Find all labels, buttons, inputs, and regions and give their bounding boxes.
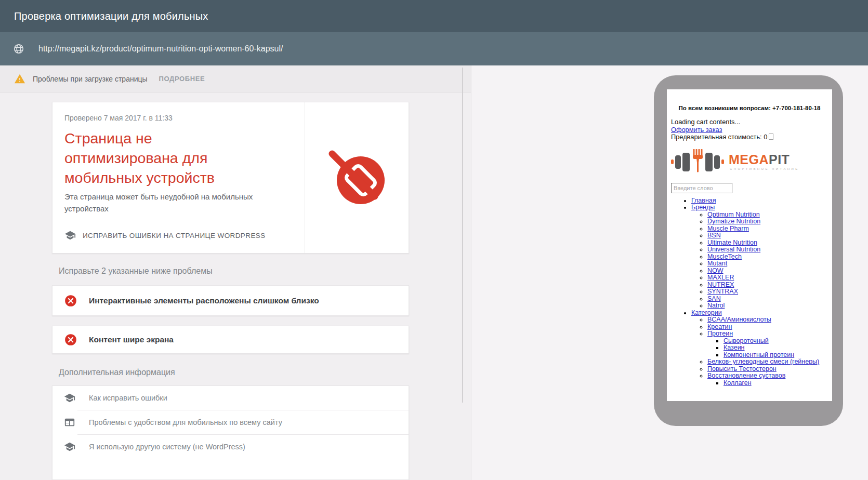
web-icon	[64, 417, 75, 428]
phone-menu-level-3: Коллаген	[707, 380, 832, 387]
issue-row[interactable]: Интерактивные элементы расположены слишк…	[52, 285, 409, 316]
phone-menu-item: SAN	[707, 296, 832, 303]
phone-menu-link[interactable]: NUTREX	[707, 281, 734, 288]
logo-dumbbell-bar	[675, 155, 681, 169]
phone-menu-item: BCAA/Аминокислоты	[707, 316, 832, 324]
phone-menu-item: SYNTRAX	[707, 288, 832, 296]
phone-menu-link[interactable]: Muscle Pharm	[707, 225, 749, 232]
logo-dumbbell-bar	[705, 153, 713, 171]
fix-errors-label: ИСПРАВИТЬ ОШИБКИ НА СТРАНИЦЕ WORDPRESS	[83, 232, 266, 239]
phone-menu-link[interactable]: NOW	[707, 267, 724, 274]
subtotal-line: Предварительная стоимость: 0	[671, 134, 832, 141]
info-row-how-to-fix[interactable]: Как исправить ошибки	[52, 386, 409, 410]
verdict-card: Проверено 7 мая 2017 г. в 11:33 Страница…	[52, 102, 409, 254]
school-icon	[64, 230, 76, 241]
info-row-sitewide-issues[interactable]: Проблемы с удобством для мобильных по вс…	[52, 410, 409, 434]
phone-menu-link[interactable]: BCAA/Аминокислоты	[707, 316, 771, 323]
globe-icon	[13, 43, 24, 55]
issue-row[interactable]: Контент шире экрана	[52, 326, 409, 354]
phone-site-menu: ГлавнаяБрендыOptimum NutritionDymatize N…	[667, 197, 832, 387]
phone-menu-item: Восстановление суставовКоллаген	[707, 372, 832, 386]
phone-menu-item: MAXLER	[707, 274, 832, 282]
error-icon	[64, 333, 77, 346]
cart-block: Loading cart contents... Оформить заказ …	[671, 118, 832, 141]
phone-menu-link[interactable]: SYNTRAX	[707, 288, 738, 295]
tested-url[interactable]: http://megapit.kz/product/optimum-nutrit…	[38, 44, 283, 54]
scrollbar[interactable]	[462, 68, 463, 403]
phone-menu-link[interactable]: Белков- углеводные смеси (гейнеры)	[707, 358, 819, 365]
phone-menu-item: Белков- углеводные смеси (гейнеры)	[707, 358, 832, 366]
contact-phone-line: По всем возникшим вопросам: +7-700-181-8…	[667, 105, 832, 111]
phone-menu-link[interactable]: Креатин	[707, 323, 732, 330]
loading-cart-text: Loading cart contents...	[671, 118, 832, 126]
phone-menu-link[interactable]: Протеин	[707, 330, 733, 337]
page-title: Проверка оптимизации для мобильных	[14, 10, 208, 22]
phone-menu-item: Universal Nutrition	[707, 246, 832, 254]
phone-menu-link[interactable]: SAN	[707, 295, 721, 302]
info-label: Я использую другую систему (не WordPress…	[89, 443, 245, 451]
phone-menu-link[interactable]: Бренды	[691, 204, 715, 211]
app-header: Проверка оптимизации для мобильных	[0, 0, 868, 32]
details-button[interactable]: ПОДРОБНЕЕ	[159, 75, 205, 83]
phone-menu-link[interactable]: Коллаген	[724, 379, 752, 386]
phone-menu-link[interactable]: Universal Nutrition	[707, 246, 760, 253]
banner-message: Проблемы при загрузке страницы	[33, 75, 148, 83]
verdict-subtitle: Эта страница может быть неудобной на моб…	[64, 191, 270, 215]
phone-menu-link[interactable]: Mutant	[707, 260, 727, 267]
phone-menu-item: Optimum Nutrition	[707, 211, 832, 219]
info-label: Как исправить ошибки	[89, 394, 167, 402]
phone-menu-item: Сывороточный	[724, 338, 832, 345]
phone-menu-link[interactable]: Optimum Nutrition	[707, 211, 760, 218]
phone-menu-link[interactable]: Главная	[691, 197, 716, 204]
phone-mockup: По всем возникшим вопросам: +7-700-181-8…	[654, 75, 843, 426]
phone-menu-link[interactable]: Категории	[691, 309, 722, 316]
fix-errors-wordpress-link[interactable]: ИСПРАВИТЬ ОШИБКИ НА СТРАНИЦЕ WORDPRESS	[64, 230, 266, 241]
phone-menu-link[interactable]: Dymatize Nutrition	[707, 218, 760, 225]
logo-dumbbell-nub	[721, 159, 724, 164]
not-mobile-friendly-icon	[328, 150, 386, 209]
phone-menu-link[interactable]: Повысить Тестостерон	[707, 365, 777, 372]
phone-menu-item: ПротеинСывороточныйКазеинКомпонентный пр…	[707, 330, 832, 358]
phone-menu-level-2: Optimum NutritionDymatize NutritionMuscl…	[691, 211, 832, 310]
issues-heading: Исправьте 2 указанные ниже проблемы	[59, 266, 213, 276]
issue-label: Контент шире экрана	[89, 335, 174, 344]
info-label: Проблемы с удобством для мобильных по вс…	[89, 418, 282, 426]
phone-menu-item: Ultimate Nutrition	[707, 239, 832, 247]
warning-icon	[14, 73, 25, 85]
phone-menu-link[interactable]: Сывороточный	[724, 337, 769, 344]
phone-menu-link[interactable]: MuscleTech	[707, 253, 742, 260]
verdict-title: Страница не оптимизирована для мобильных…	[64, 128, 262, 188]
phone-menu-link[interactable]: MAXLER	[707, 274, 734, 281]
phone-menu-item: NOW	[707, 268, 832, 275]
phone-menu-item: Natrol	[707, 302, 832, 310]
phone-menu-item: Dymatize Nutrition	[707, 218, 832, 225]
phone-menu-link[interactable]: Ultimate Nutrition	[707, 239, 757, 246]
phone-menu-item: Muscle Pharm	[707, 225, 832, 233]
phone-menu-link[interactable]: BSN	[707, 232, 721, 239]
phone-menu-link[interactable]: Казеин	[724, 344, 745, 351]
phone-menu-item: Главная	[691, 197, 832, 205]
phone-menu-level-2: BCAA/АминокислотыКреатинПротеинСывороточ…	[691, 316, 832, 386]
phone-menu-item: Казеин	[724, 344, 832, 352]
phone-menu-link[interactable]: Восстановление суставов	[707, 372, 785, 379]
phone-menu-item: Mutant	[707, 260, 832, 268]
error-icon	[64, 294, 77, 308]
school-icon	[64, 392, 75, 404]
phone-menu-link[interactable]: Natrol	[707, 302, 725, 309]
url-bar: http://megapit.kz/product/optimum-nutrit…	[0, 32, 868, 65]
phone-menu-item: Компонентный протеин	[724, 352, 832, 359]
megapit-logo[interactable]: MEGAPIT СПОРТИВНОЕ ПИТАНИЕ	[671, 150, 832, 175]
phone-menu-link[interactable]: Компонентный протеин	[724, 351, 794, 358]
phone-menu-level-3: СывороточныйКазеинКомпонентный протеин	[707, 338, 832, 359]
missing-currency-glyph	[769, 134, 773, 140]
checkout-link[interactable]: Оформить заказ	[671, 126, 722, 134]
logo-text: MEGAPIT СПОРТИВНОЕ ПИТАНИЕ	[729, 153, 799, 170]
search-input[interactable]	[671, 183, 732, 193]
phone-menu-item: Повысить Тестостерон	[707, 366, 832, 373]
card-divider	[305, 102, 305, 253]
checked-timestamp: Проверено 7 мая 2017 г. в 11:33	[64, 114, 173, 122]
phone-menu-item: Креатин	[707, 324, 832, 331]
issue-label: Интерактивные элементы расположены слишк…	[89, 296, 319, 305]
info-row-other-system[interactable]: Я использую другую систему (не WordPress…	[52, 435, 409, 459]
logo-dumbbell-bar	[714, 155, 720, 169]
